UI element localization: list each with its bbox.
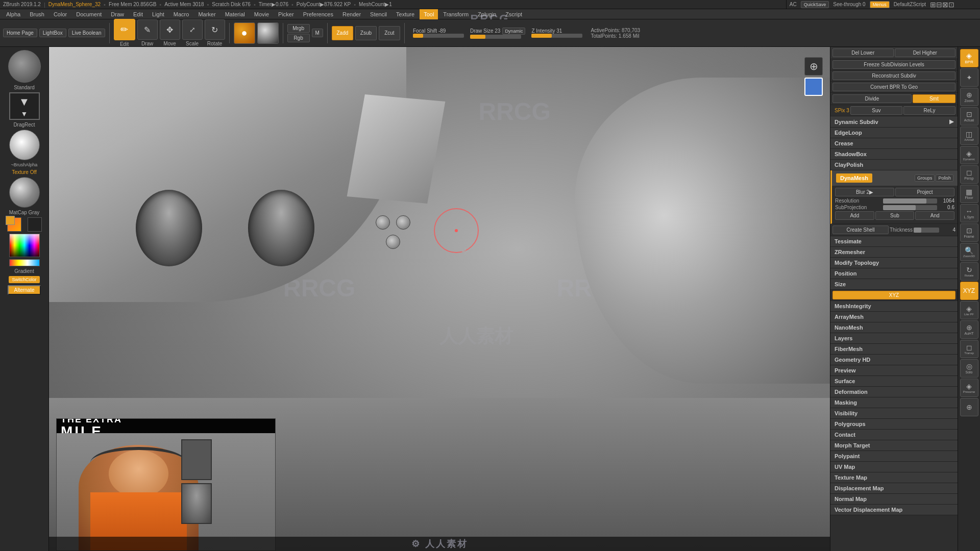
zoom3d-btn[interactable]: 🔍 Zoom3D — [960, 243, 978, 261]
menu-alpha[interactable]: Alpha — [2, 9, 24, 19]
deformation-header[interactable]: Deformation — [830, 387, 958, 397]
resolution-slider[interactable] — [883, 198, 937, 204]
dynamic-nav-btn[interactable]: ◈ Dynamic — [960, 146, 978, 164]
normal-map-header[interactable]: Normal Map — [830, 494, 958, 504]
auht-btn[interactable]: ⊕ AuHT — [960, 320, 978, 339]
nanomesh-header[interactable]: NanoMesh — [830, 322, 958, 333]
menu-brush[interactable]: Brush — [26, 9, 48, 19]
menu-transform[interactable]: Transform — [439, 9, 473, 19]
persp-btn[interactable]: ◻ Persp — [960, 165, 978, 184]
color-picker[interactable] — [9, 234, 40, 257]
foreground-swatch[interactable] — [7, 217, 21, 232]
rotate-nav-btn[interactable]: ↻ Rotate — [960, 262, 978, 281]
fibermesh-header[interactable]: FiberMesh — [830, 344, 958, 354]
aahalf-btn[interactable]: ◫ AAHalf — [960, 127, 978, 145]
lsym-btn[interactable]: ↔ L.Sym — [960, 204, 978, 222]
rgb-btn[interactable]: Rgb — [287, 34, 310, 42]
tessimate-header[interactable]: Tessimate — [830, 236, 958, 246]
edgeloop-header[interactable]: EdgeLoop — [830, 128, 958, 138]
zoom-btn[interactable]: ⊕ Zoom — [960, 88, 978, 106]
edit-btn[interactable]: ✏ — [114, 19, 135, 40]
polypaint-header[interactable]: Polypaint — [830, 451, 958, 461]
divide-btn[interactable]: Divide — [832, 94, 912, 103]
dynamic-subdiv-header[interactable]: Dynamic Subdiv ▶ — [830, 116, 958, 127]
switch-color-btn[interactable]: SwitchColor — [9, 276, 39, 283]
thickness-slider[interactable] — [914, 228, 939, 233]
pressme-btn[interactable]: ◈ Pressme — [960, 379, 978, 397]
drag-rect-icon[interactable]: ▼ — [9, 92, 40, 120]
rotate-btn[interactable]: ↻ — [205, 19, 225, 40]
visibility-header[interactable]: Visibility — [830, 408, 958, 418]
texture-map-header[interactable]: Texture Map — [830, 472, 958, 483]
menu-movie[interactable]: Movie — [250, 9, 273, 19]
vector-displacement-header[interactable]: Vector Displacement Map — [830, 505, 958, 515]
dynamic-btn[interactable]: Dynamic — [502, 28, 525, 35]
freeze-subdiv-btn[interactable]: Freeze SubDivision Levels — [832, 60, 955, 69]
uv-map-header[interactable]: UV Map — [830, 462, 958, 472]
contact-header[interactable]: Contact — [830, 430, 958, 440]
zintensity-slider[interactable] — [531, 34, 582, 38]
menus-btn[interactable]: Menus — [870, 1, 890, 8]
matcap-icon[interactable] — [257, 22, 279, 44]
actual-btn[interactable]: ⊡ Actual — [960, 107, 978, 126]
reconstruct-subdiv-btn[interactable]: Reconstruct Subdiv — [832, 71, 955, 80]
zcut-btn[interactable]: Zcut — [379, 26, 400, 40]
scale-btn[interactable]: ⤢ — [182, 19, 203, 40]
project-btn[interactable]: Project — [895, 188, 954, 196]
menu-picker[interactable]: Picker — [274, 9, 298, 19]
live-boolean-btn[interactable]: Live Boolean — [68, 29, 105, 37]
and-btn[interactable]: And — [915, 211, 954, 220]
claypolish-header[interactable]: ClayPolish — [830, 160, 958, 170]
floor-btn[interactable]: ▦ Floor — [960, 185, 978, 203]
displacement-map-header[interactable]: Displacement Map — [830, 483, 958, 493]
surface-header[interactable]: Surface — [830, 376, 958, 386]
brush-alpha-circle[interactable] — [9, 130, 40, 160]
bpr-btn[interactable]: ◈ BPR — [960, 49, 978, 67]
modify-topology-header[interactable]: Modify Topology — [830, 258, 958, 268]
zremesher-header[interactable]: ZRemesher — [830, 247, 958, 257]
del-lower-btn[interactable]: Del Lower — [832, 48, 894, 57]
sphere-icon[interactable]: ● — [234, 22, 255, 44]
xyz-label-btn[interactable]: XYZ — [832, 291, 955, 299]
menu-light[interactable]: Light — [148, 9, 168, 19]
focal-slider[interactable] — [413, 34, 464, 38]
menu-draw[interactable]: Draw — [107, 9, 128, 19]
mesh-integrity-header[interactable]: MeshIntegrity — [830, 301, 958, 311]
geometry-hd-header[interactable]: Geometry HD — [830, 355, 958, 365]
litepf-btn[interactable]: ◈ Lite PF — [960, 301, 978, 319]
blur-btn[interactable]: Blur 2▶ — [835, 188, 894, 196]
menu-edit[interactable]: Edit — [129, 9, 147, 19]
rely-btn[interactable]: ReLy — [903, 106, 955, 115]
menu-zplugin[interactable]: Zplugin — [474, 9, 500, 19]
home-page-btn[interactable]: Home Page — [3, 29, 37, 37]
menu-zscript[interactable]: Zscript — [501, 9, 526, 19]
transp-btn[interactable]: ◻ Transp — [960, 340, 978, 358]
menu-render[interactable]: Render — [338, 9, 365, 19]
pressme2-btn[interactable]: ⊕ — [960, 398, 978, 416]
morph-target-header[interactable]: Morph Target — [830, 440, 958, 450]
menu-document[interactable]: Document — [72, 9, 106, 19]
gradient-bar[interactable] — [9, 259, 40, 266]
quicksave-btn[interactable]: QuickSave — [801, 1, 829, 8]
brush-icon[interactable] — [8, 50, 41, 83]
position-header[interactable]: Position — [830, 268, 958, 279]
gizmo-icon[interactable]: ⊕ — [804, 57, 823, 76]
menu-color[interactable]: Color — [50, 9, 71, 19]
frame-btn[interactable]: ⊡ Frame — [960, 223, 978, 242]
menu-macro[interactable]: Macro — [169, 9, 193, 19]
create-shell-btn[interactable]: Create Shell — [832, 226, 889, 234]
menu-material[interactable]: Material — [221, 9, 249, 19]
zsub-btn[interactable]: Zsub — [355, 26, 377, 40]
move-btn[interactable]: ✥ — [160, 19, 180, 40]
size-header[interactable]: Size — [830, 279, 958, 289]
sculpt-nav-btn[interactable]: ✦ — [960, 68, 978, 87]
preview-header[interactable]: Preview — [830, 365, 958, 375]
solo-btn[interactable]: ◎ Solo — [960, 359, 978, 378]
polygroups-header[interactable]: Polygroups — [830, 419, 958, 429]
groups-btn[interactable]: Groups — [915, 174, 935, 182]
shadowbox-header[interactable]: ShadowBox — [830, 149, 958, 159]
convert-bpr-btn[interactable]: Convert BPR To Geo — [832, 83, 955, 91]
xyz-btn[interactable]: XYZ — [960, 282, 978, 300]
alternate-btn[interactable]: Alternate — [8, 285, 40, 295]
m-btn[interactable]: M — [312, 29, 323, 37]
